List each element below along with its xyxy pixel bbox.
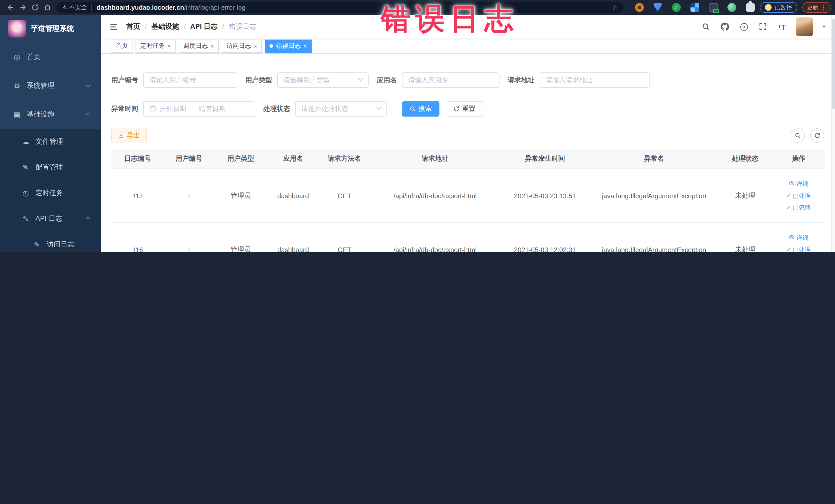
extension-on-badge-icon[interactable]: [709, 3, 717, 12]
paused-extension-badge[interactable]: 已暂停: [759, 2, 797, 13]
breadcrumb-api-log[interactable]: API 日志: [190, 22, 218, 31]
cell-status: 未处理: [718, 223, 772, 252]
emoji-face-icon: [765, 4, 771, 11]
forward-icon[interactable]: [16, 1, 29, 14]
cloud-icon: ☁: [22, 138, 30, 146]
action-processed-link[interactable]: ✓已处理: [786, 191, 811, 200]
cell-method: GET: [319, 223, 370, 252]
request-url-input[interactable]: 请输入请求地址: [539, 72, 650, 87]
check-icon: ✓: [786, 205, 791, 210]
caret-down-icon[interactable]: [822, 26, 826, 30]
filter-group-user-type: 用户类型请选择用户类型: [245, 72, 369, 87]
export-button[interactable]: 导出: [111, 127, 147, 143]
reset-button[interactable]: 重置: [446, 101, 483, 116]
sidebar-item-config-management[interactable]: ✎配置管理: [0, 155, 101, 180]
user-id-input[interactable]: 请输入用户编号: [143, 72, 237, 87]
filter-label: 请求地址: [508, 75, 534, 84]
extension-orange-icon[interactable]: [635, 3, 644, 12]
search-icon[interactable]: [701, 22, 711, 32]
back-icon[interactable]: [4, 1, 16, 14]
refresh-table-button[interactable]: [810, 128, 824, 142]
help-icon[interactable]: ?: [739, 22, 749, 32]
search-button[interactable]: 搜索: [402, 101, 440, 116]
github-icon[interactable]: [720, 22, 730, 32]
extension-blue-shield-icon[interactable]: [653, 3, 662, 12]
not-secure-label: 不安全: [69, 4, 87, 11]
extension-grid-icon[interactable]: [690, 3, 699, 12]
table-row: 1161管理员dashboardGET/api/infra/db-doc/exp…: [111, 223, 825, 252]
sidebar-item-api-log[interactable]: ✎API 日志: [0, 206, 101, 231]
sidebar-item-access-log[interactable]: ✎访问日志: [0, 231, 101, 252]
user-type-select[interactable]: 请选择用户类型: [277, 72, 369, 87]
reload-icon[interactable]: [29, 1, 41, 14]
edit-icon: ✎: [22, 215, 30, 223]
filter-row-1: 用户编号请输入用户编号用户类型请选择用户类型应用名请输入应用名请求地址请输入请求…: [111, 72, 830, 87]
paused-label: 已暂停: [774, 4, 792, 11]
timer-icon: ◴: [22, 189, 30, 197]
close-tab-icon[interactable]: ×: [253, 43, 257, 49]
bookmark-star-icon[interactable]: ☆: [612, 4, 618, 11]
breadcrumb-home[interactable]: 首页: [126, 22, 140, 31]
filter-group-request-url: 请求地址请输入请求地址: [508, 72, 650, 87]
tab-access-log[interactable]: 访问日志×: [222, 40, 262, 53]
app-logo[interactable]: 芋道管理系统: [0, 15, 101, 43]
action-processed-link[interactable]: ✓已处理: [786, 245, 811, 252]
tab-error-log[interactable]: 错误日志×: [265, 40, 312, 53]
filter-label: 用户类型: [245, 75, 272, 84]
filter-label: 处理状态: [263, 104, 290, 113]
cell-user-type: 管理员: [214, 223, 267, 252]
action-ignored-link[interactable]: ✓已忽略: [786, 203, 811, 212]
sidebar-item-file-management[interactable]: ☁文件管理: [0, 129, 101, 155]
extension-green-icon[interactable]: [727, 3, 736, 12]
extensions-row: [635, 3, 754, 12]
screenshot-root: ⚠ 不安全 dashboard.yudao.iocoder.cn /infra/…: [0, 0, 835, 252]
sidebar-item-infrastructure[interactable]: ▣基础设施: [0, 100, 101, 129]
filter-label: 应用名: [377, 75, 397, 84]
tab-home[interactable]: 首页: [111, 40, 133, 53]
not-secure-warning-icon: ⚠: [62, 4, 67, 11]
cell-app-name: dashboard: [267, 169, 319, 223]
close-tab-icon[interactable]: ×: [167, 43, 171, 49]
scrollbar-thumb[interactable]: [832, 19, 835, 109]
close-tab-icon[interactable]: ×: [210, 43, 214, 49]
table-row: 1171管理员dashboardGET/api/infra/db-doc/exp…: [111, 169, 825, 223]
sidebar-item-scheduled-tasks[interactable]: ◴定时任务: [0, 180, 101, 206]
sidebar-item-home[interactable]: ◎首页: [0, 43, 101, 72]
sidebar-item-system-management[interactable]: ⚙系统管理: [0, 72, 101, 100]
app-title: 芋道管理系统: [31, 24, 74, 33]
column-header-url: 请求地址: [370, 149, 500, 169]
breadcrumb-infrastructure[interactable]: 基础设施: [151, 22, 179, 31]
extension-green-check-icon[interactable]: [672, 3, 680, 12]
fullscreen-icon[interactable]: [758, 22, 768, 32]
error-time-daterange[interactable]: 开始日期-结束日期: [143, 101, 255, 116]
action-detail-link[interactable]: 详细: [789, 234, 809, 242]
edit-icon: ✎: [33, 240, 41, 248]
cell-time: 2021-05-03 23:13:51: [500, 169, 590, 223]
cell-actions: 详细✓已处理✓已忽略: [772, 169, 825, 223]
browser-update-button[interactable]: 更新 ⋮: [802, 2, 831, 13]
hamburger-icon[interactable]: [109, 22, 118, 31]
page-scrollbar[interactable]: [831, 15, 835, 252]
check-icon: ✓: [786, 193, 791, 199]
extensions-puzzle-icon[interactable]: [746, 3, 754, 12]
app-name-input[interactable]: 请输入应用名: [402, 72, 500, 87]
tab-schedule-log[interactable]: 调度日志×: [179, 40, 219, 53]
cell-user-id: 1: [164, 169, 214, 223]
url-path: /infra/log/api-error-log: [184, 4, 245, 11]
tab-scheduled-tasks[interactable]: 定时任务×: [136, 40, 176, 53]
address-bar[interactable]: ⚠ 不安全 dashboard.yudao.iocoder.cn /infra/…: [57, 2, 624, 13]
process-status-select[interactable]: 请选择处理状态: [295, 101, 387, 116]
close-tab-icon[interactable]: ×: [303, 43, 307, 49]
eye-icon: [789, 234, 795, 242]
home-icon[interactable]: [41, 1, 54, 14]
cell-exception: java.lang.IllegalArgumentException: [590, 169, 718, 223]
action-detail-link[interactable]: 详细: [789, 180, 809, 188]
chevron-down-icon: [376, 104, 381, 109]
cell-time: 2021-05-03 12:02:31: [500, 223, 590, 252]
toggle-search-button[interactable]: [791, 128, 805, 142]
filter-group-error-time: 异常时间开始日期-结束日期: [111, 101, 255, 116]
font-size-icon[interactable]: TT: [777, 22, 787, 32]
cell-exception: java.lang.IllegalArgumentException: [590, 223, 718, 252]
user-avatar[interactable]: [796, 18, 813, 36]
cell-app-name: dashboard: [267, 223, 319, 252]
